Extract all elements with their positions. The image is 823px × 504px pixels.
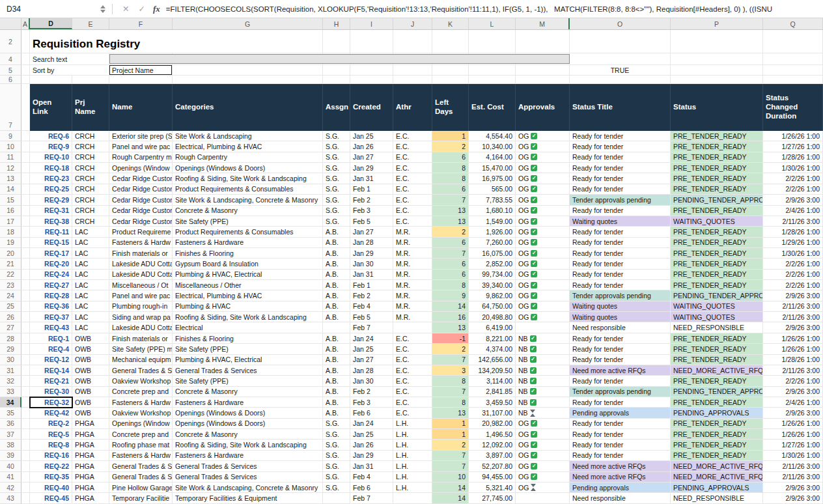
- cell-status-title[interactable]: Waiting quotes: [570, 216, 671, 227]
- cell-status-title[interactable]: Ready for tender: [570, 419, 671, 429]
- cell-left-days[interactable]: 8: [432, 280, 469, 290]
- cell-author[interactable]: M.R.: [393, 238, 432, 248]
- cell-left-days[interactable]: 14: [432, 483, 469, 493]
- cell[interactable]: [72, 53, 109, 65]
- fx-icon[interactable]: fx: [150, 4, 166, 14]
- header-assigned[interactable]: Assgn: [323, 84, 350, 131]
- row-number[interactable]: 16: [0, 206, 21, 216]
- cell[interactable]: [21, 53, 30, 65]
- header-author[interactable]: Athr: [393, 84, 432, 131]
- cell-categories[interactable]: Electrical, Plumbing & HVAC: [173, 290, 323, 301]
- cell-author[interactable]: L.H.: [393, 483, 432, 493]
- cell-left-days[interactable]: 14: [432, 493, 469, 503]
- stepper-up-icon[interactable]: [100, 5, 105, 8]
- cell[interactable]: [350, 30, 393, 53]
- cell-name[interactable]: Lakeside ADU Cotta: [109, 270, 173, 280]
- cell-open-link[interactable]: REQ-25: [30, 184, 72, 195]
- cell-status-title[interactable]: Ready for tender: [570, 355, 671, 365]
- cell-prj-name[interactable]: OWB: [72, 408, 109, 418]
- cell-created[interactable]: Jan 27: [350, 355, 393, 365]
- cell-approvals[interactable]: OG✓: [516, 195, 570, 205]
- cell-status-changed[interactable]: 1/26/26 1:00: [763, 344, 823, 354]
- cell-open-link[interactable]: REQ-23: [30, 173, 72, 184]
- header-status[interactable]: Status: [671, 84, 763, 131]
- cell[interactable]: [393, 65, 432, 76]
- header-categories[interactable]: Categories: [173, 84, 323, 131]
- cell[interactable]: [21, 141, 30, 152]
- cell-author[interactable]: E.C.: [393, 216, 432, 227]
- cell[interactable]: [570, 76, 671, 84]
- cell-prj-name[interactable]: LAC: [72, 270, 109, 280]
- cell-est-cost[interactable]: 142,656.00: [469, 355, 516, 365]
- cell-status[interactable]: PRE_TENDER_READY: [671, 163, 763, 173]
- cell-prj-name[interactable]: PHGA: [72, 483, 109, 493]
- cell-prj-name[interactable]: CRCH: [72, 163, 109, 173]
- cell-prj-name[interactable]: LAC: [72, 238, 109, 248]
- cell-est-cost[interactable]: 1,549.00: [469, 216, 516, 227]
- row-number[interactable]: 6: [0, 76, 21, 84]
- cell-left-days[interactable]: 3: [432, 365, 469, 376]
- header-left-days[interactable]: Left Days: [432, 84, 469, 131]
- cell-categories[interactable]: Electrical, Plumbing & HVAC: [173, 141, 323, 152]
- row-number[interactable]: 5: [0, 65, 21, 76]
- cell-author[interactable]: M.R.: [393, 280, 432, 290]
- cell-status-changed[interactable]: 2/11/26 3:00: [763, 365, 823, 376]
- cell-open-link[interactable]: REQ-5: [30, 429, 72, 440]
- cell-est-cost[interactable]: 99,734.00: [469, 270, 516, 280]
- cell-status-changed[interactable]: 1/28/26 1:00: [763, 227, 823, 237]
- cell-status-changed[interactable]: 2/9/26 3:00: [763, 322, 823, 333]
- cell-open-link[interactable]: REQ-37: [30, 312, 72, 322]
- cell-created[interactable]: Feb 2: [350, 387, 393, 397]
- cell-est-cost[interactable]: 9,862.00: [469, 290, 516, 301]
- cell-left-days[interactable]: 7: [432, 248, 469, 259]
- cell-open-link[interactable]: REQ-21: [30, 376, 72, 386]
- cell[interactable]: [21, 312, 30, 322]
- cell-prj-name[interactable]: LAC: [72, 290, 109, 301]
- cell[interactable]: [21, 301, 30, 312]
- cell-name[interactable]: Finish materials or: [109, 248, 173, 259]
- cell-open-link[interactable]: REQ-32: [30, 397, 72, 408]
- cell-status[interactable]: PRE_TENDER_READY: [671, 227, 763, 237]
- cell-approvals[interactable]: OG✓: [516, 461, 570, 471]
- cell-assigned[interactable]: S.G.: [323, 429, 350, 440]
- cell-status-changed[interactable]: 1/30/26 1:00: [763, 248, 823, 259]
- cell-status[interactable]: PRE_TENDER_READY: [671, 259, 763, 269]
- cell-author[interactable]: L.H.: [393, 461, 432, 471]
- cell-status-title[interactable]: Tender approvals pending: [570, 387, 671, 397]
- cell[interactable]: [21, 238, 30, 248]
- cell-status-title[interactable]: Need more active RFQs: [570, 472, 671, 483]
- cell[interactable]: [21, 163, 30, 173]
- cell-status-title[interactable]: Ready for tender: [570, 333, 671, 344]
- cell-assigned[interactable]: [323, 322, 350, 333]
- cell-created[interactable]: Feb 1: [350, 184, 393, 195]
- cell-created[interactable]: Jan 26: [350, 440, 393, 450]
- cell-prj-name[interactable]: PHGA: [72, 451, 109, 461]
- cell-assigned[interactable]: S.G.: [323, 216, 350, 227]
- cell[interactable]: [173, 65, 323, 76]
- row-number[interactable]: 12: [0, 163, 21, 173]
- sort-select[interactable]: Project Name: [109, 65, 173, 76]
- cell-created[interactable]: Feb 4: [350, 301, 393, 312]
- row-number[interactable]: 20: [0, 248, 21, 259]
- cell-name[interactable]: Cedar Ridge Custon: [109, 195, 173, 205]
- cell-open-link[interactable]: REQ-16: [30, 451, 72, 461]
- cell-left-days[interactable]: 16: [432, 312, 469, 322]
- cell-prj-name[interactable]: CRCH: [72, 206, 109, 216]
- row-number[interactable]: 13: [0, 173, 21, 184]
- cell-created[interactable]: Jan 27: [350, 152, 393, 163]
- cell-assigned[interactable]: A.B.: [323, 301, 350, 312]
- name-box[interactable]: D34: [0, 5, 98, 14]
- cell-created[interactable]: Jan 25: [350, 344, 393, 354]
- cell-author[interactable]: E.C.: [393, 344, 432, 354]
- cell-created[interactable]: Feb 7: [350, 493, 393, 503]
- row-number[interactable]: 9: [0, 131, 21, 141]
- cell-assigned[interactable]: A.B.: [323, 259, 350, 269]
- cell-created[interactable]: Jan 26: [350, 141, 393, 152]
- cell-est-cost[interactable]: 4,374.00: [469, 344, 516, 354]
- cell-est-cost[interactable]: 8,221.00: [469, 333, 516, 344]
- cell-name[interactable]: Pine Hollow Garage: [109, 483, 173, 493]
- cell[interactable]: [21, 280, 30, 290]
- cell-prj-name[interactable]: LAC: [72, 227, 109, 237]
- cell-assigned[interactable]: S.G.: [323, 419, 350, 429]
- cell-categories[interactable]: General Trades & Services: [173, 461, 323, 471]
